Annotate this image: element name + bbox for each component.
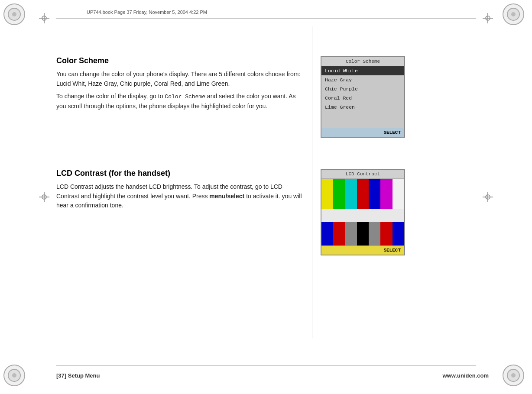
header-text: UP744.book Page 37 Friday, November 5, 2… [87,10,207,15]
crosshair-top-left [39,13,49,23]
cs-item-haze-gray[interactable]: Haze Gray [321,75,404,84]
lcd-bar-green [333,179,345,209]
cs-item-lucid-white[interactable]: Lucid White [321,66,404,75]
cs-select-button[interactable]: SELECT [321,128,404,137]
header-divider [56,18,476,19]
lcd-select-button[interactable]: SELECT [321,245,404,255]
lcd-bars-container [321,179,404,245]
color-scheme-para1: You can change the color of your phone's… [56,70,303,88]
crosshair-mid-left [39,192,49,202]
lcd-menu-title: LCD Contract [321,170,404,179]
lcd-bar-bot-blue2 [393,222,404,245]
lcd-white-row [321,209,404,222]
color-scheme-section: Color Scheme You can change the color of… [56,56,303,111]
footer-divider [56,365,476,366]
lcd-bar-yellow [321,179,333,209]
lcd-color-bars-top [321,179,404,209]
color-scheme-para2-mono: Color Scheme [165,94,205,100]
lcd-bar-bot-gray [345,222,357,245]
color-scheme-title: Color Scheme [56,56,303,65]
corner-top-right [503,3,529,29]
lcd-color-bars-bottom [321,222,404,245]
color-scheme-screen: Color Scheme Lucid White Haze Gray Chic … [321,56,405,138]
lcd-bar-bot-blue [321,222,333,245]
lcd-contrast-screen: LCD Contract SELECT [321,169,405,255]
cs-menu-title: Color Scheme [321,57,404,66]
center-divider [312,26,312,338]
crosshair-mid-right [483,192,493,202]
corner-top-left [3,3,29,29]
lcd-bold-text: menu/select [209,193,244,200]
lcd-bar-magenta [380,179,392,209]
footer-left: [37] Setup Menu [56,372,100,379]
footer-right: www.uniden.com [443,372,489,379]
crosshair-top-right [483,13,493,23]
corner-bottom-right [503,365,529,391]
lcd-contrast-title: LCD Contrast (for the handset) [56,169,303,178]
lcd-contrast-section: LCD Contrast (for the handset) LCD Contr… [56,169,303,210]
color-scheme-para2: To change the color of the display, go t… [56,92,303,111]
lcd-bar-bot-black [357,222,369,245]
lcd-bar-bot-gray2 [369,222,380,245]
lcd-bar-cyan [345,179,357,209]
cs-item-chic-purple[interactable]: Chic Purple [321,84,404,94]
color-scheme-para2-start: To change the color of the display, go t… [56,93,165,100]
lcd-bar-bot-red2 [380,222,392,245]
cs-item-coral-red[interactable]: Coral Red [321,94,404,103]
lcd-bar-red [357,179,369,209]
lcd-contrast-para: LCD Contrast adjusts the handset LCD bri… [56,182,303,210]
lcd-bar-blue [369,179,380,209]
cs-item-lime-green[interactable]: Lime Green [321,103,404,112]
lcd-bar-white [393,179,404,209]
corner-bottom-left [3,365,29,391]
lcd-bar-bot-red [333,222,345,245]
